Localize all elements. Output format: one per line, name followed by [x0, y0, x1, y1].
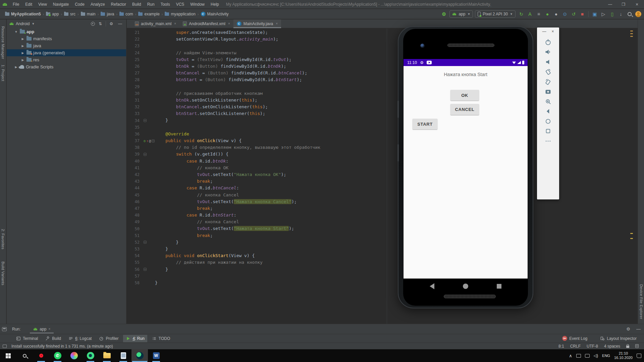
coverage-icon[interactable]: ≡: [535, 10, 542, 18]
toolwindow-layout-inspector[interactable]: Layout Inspector: [597, 335, 639, 342]
resource-manager-stripe-button[interactable]: Resource Manager: [1, 26, 5, 59]
tree-item-app[interactable]: ▼●app: [7, 28, 126, 35]
device-file-explorer-stripe-button[interactable]: Device File Explorer: [639, 284, 643, 319]
run-hide-icon[interactable]: —: [636, 326, 641, 331]
toolwindow-build[interactable]: Build: [43, 335, 64, 342]
collapse-all-icon[interactable]: ⇅: [97, 21, 104, 26]
taskbar-opera[interactable]: [33, 349, 49, 362]
menu-edit[interactable]: Edit: [23, 1, 35, 8]
favorites-stripe-button[interactable]: 2: Favorites: [1, 229, 5, 249]
settings-gear-icon[interactable]: ⚙: [108, 21, 115, 26]
tree-chevron-icon[interactable]: ▶: [21, 51, 25, 55]
menu-view[interactable]: View: [36, 1, 49, 8]
tree-item-manifests[interactable]: ▶manifests: [7, 35, 126, 42]
volume-down-icon[interactable]: [544, 58, 552, 66]
run-anything-icon[interactable]: ▷: [600, 10, 607, 18]
rotate-right-icon[interactable]: [544, 77, 552, 86]
menu-vcs[interactable]: VCS: [174, 1, 187, 8]
toolwindow-toggle-icon[interactable]: [3, 345, 7, 348]
debug-icon[interactable]: ●: [544, 10, 551, 18]
build-variants-stripe-button[interactable]: Build Variants: [1, 261, 5, 285]
run-configuration-select[interactable]: app ▼: [449, 10, 473, 18]
toolwindow-terminal[interactable]: Terminal: [13, 335, 41, 342]
toolwindow-logcat[interactable]: 6: Logcat: [66, 335, 94, 342]
menu-analyze[interactable]: Analyze: [88, 1, 107, 8]
nav-overview-icon[interactable]: [497, 284, 501, 289]
close-tab-icon[interactable]: ×: [276, 22, 278, 25]
profiler-icon[interactable]: ⊙: [561, 10, 569, 18]
cancel-button[interactable]: CANCEL: [450, 104, 479, 115]
emulator-minimize-icon[interactable]: —: [542, 29, 546, 34]
menu-window[interactable]: Window: [188, 1, 207, 8]
taskbar-whatsapp[interactable]: ✆: [49, 349, 66, 362]
device-select[interactable]: Pixel 2 API 30 ▼: [475, 10, 516, 18]
tree-chevron-icon[interactable]: ▼: [14, 30, 18, 34]
hide-panel-icon[interactable]: —: [117, 21, 123, 26]
tree-chevron-icon[interactable]: ▶: [14, 65, 18, 69]
lock-icon[interactable]: [626, 346, 629, 348]
tree-chevron-icon[interactable]: ▶: [21, 58, 25, 62]
fold-icon[interactable]: –: [144, 268, 147, 271]
close-tab-icon[interactable]: ×: [174, 22, 176, 25]
screenshot-icon[interactable]: [544, 87, 552, 96]
attach-profiler-icon[interactable]: ●: [552, 10, 560, 18]
apply-changes-icon[interactable]: ↺: [570, 10, 577, 18]
breadcrumb-item[interactable]: src: [63, 11, 76, 17]
breadcrumb-item[interactable]: myapplication: [164, 11, 196, 17]
tray-expand-icon[interactable]: ∧: [569, 353, 572, 358]
search-everywhere-icon[interactable]: [626, 10, 633, 18]
caret-position[interactable]: 8:1: [558, 344, 564, 349]
start-button[interactable]: START: [413, 119, 437, 129]
menu-help[interactable]: Help: [208, 1, 221, 8]
tab-mainactivity-java[interactable]: CMainActivity.java×: [233, 19, 281, 28]
menu-file[interactable]: File: [10, 1, 21, 8]
taskbar-paint[interactable]: [66, 349, 82, 362]
fold-icon[interactable]: –: [144, 241, 147, 244]
toolwindow-run[interactable]: 4: Run: [123, 335, 147, 342]
ok-button[interactable]: OK: [450, 90, 479, 101]
fold-icon[interactable]: –: [152, 139, 155, 142]
breadcrumb-item[interactable]: example: [137, 11, 160, 17]
more-icon[interactable]: [544, 137, 552, 145]
locate-file-icon[interactable]: [91, 22, 95, 26]
volume-tray-icon[interactable]: ◁): [594, 353, 598, 358]
menu-navigate[interactable]: Navigate: [51, 1, 71, 8]
sdk-manager-icon[interactable]: ↓: [617, 10, 625, 18]
toolwindow-todo[interactable]: TODO: [149, 335, 173, 342]
device-tray-icon[interactable]: [576, 354, 581, 358]
run-tab-app[interactable]: app ×: [30, 325, 54, 333]
tree-item-res[interactable]: ▶≡res: [7, 56, 126, 63]
clock[interactable]: 21:10 16.10.2020: [614, 351, 633, 360]
code-editor[interactable]: 21 super.onCreate(savedInstanceState);22…: [127, 28, 638, 324]
run-window-icon[interactable]: [2, 327, 7, 331]
stop-icon[interactable]: ■: [579, 10, 586, 18]
menu-build[interactable]: Build: [130, 1, 144, 8]
tree-item-gradle-scripts[interactable]: ▶Gradle Scripts: [7, 63, 126, 70]
build-hammer-icon[interactable]: ⚙: [440, 10, 447, 18]
breadcrumb-item[interactable]: app: [45, 11, 60, 17]
project-view-selector[interactable]: Android: [16, 21, 30, 26]
breadcrumb-item[interactable]: MyApplication5: [4, 11, 42, 17]
attach-debugger-icon[interactable]: A: [526, 10, 534, 18]
notification-center-icon[interactable]: [637, 354, 641, 358]
breadcrumb-item[interactable]: main: [80, 11, 97, 17]
menu-code[interactable]: Code: [72, 1, 87, 8]
toolwindow-event-log[interactable]: 9+Event Log: [559, 335, 590, 342]
user-avatar[interactable]: [635, 10, 642, 18]
indent-setting[interactable]: 4 spaces: [604, 344, 620, 349]
layout-validation-icon[interactable]: ▣: [591, 10, 598, 18]
overview-icon[interactable]: [544, 127, 552, 135]
volume-up-icon[interactable]: [544, 48, 552, 56]
taskbar-search[interactable]: [16, 349, 33, 362]
line-ending[interactable]: CRLF: [570, 344, 581, 349]
tree-chevron-icon[interactable]: ▶: [21, 44, 25, 48]
tree-chevron-icon[interactable]: ▶: [21, 37, 25, 41]
close-tab-icon[interactable]: ×: [228, 22, 230, 25]
tab-activity-main-xml[interactable]: <>activity_main.xml×: [131, 19, 179, 28]
breadcrumb-item[interactable]: java: [100, 11, 115, 17]
override-gutter-icon[interactable]: o: [144, 139, 146, 143]
close-icon[interactable]: ×: [635, 2, 639, 7]
run-settings-gear-icon[interactable]: ⚙: [626, 326, 630, 331]
taskbar-android-app[interactable]: ⚉: [82, 349, 99, 362]
breadcrumb-item[interactable]: com: [118, 11, 134, 17]
